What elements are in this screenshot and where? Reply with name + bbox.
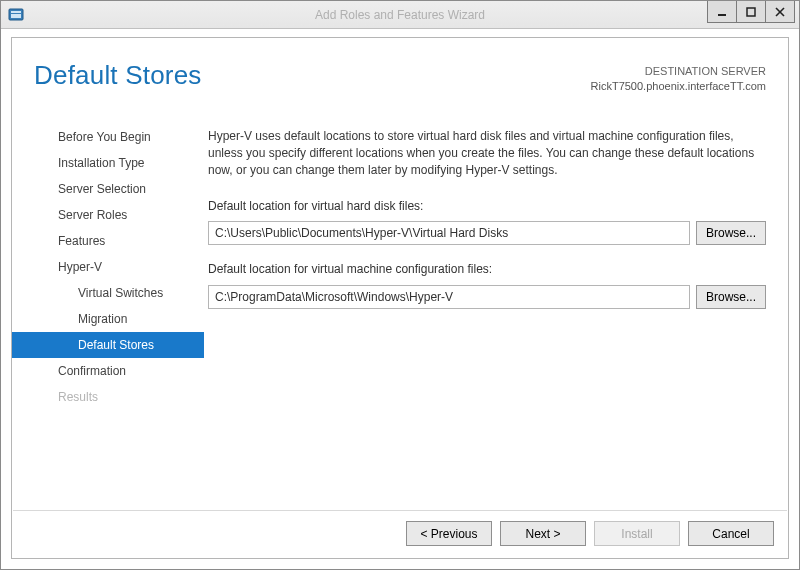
sidebar-nav: Before You BeginInstallation TypeServer … bbox=[12, 104, 204, 510]
svg-rect-1 bbox=[11, 11, 21, 13]
minimize-button[interactable] bbox=[707, 1, 737, 23]
page-title: Default Stores bbox=[34, 60, 202, 91]
content-panel: Default Stores DESTINATION SERVER RickT7… bbox=[11, 37, 789, 559]
svg-rect-2 bbox=[11, 14, 21, 18]
nav-item-server-selection[interactable]: Server Selection bbox=[12, 176, 204, 202]
svg-rect-4 bbox=[747, 8, 755, 16]
app-icon bbox=[7, 6, 25, 24]
window-title: Add Roles and Features Wizard bbox=[1, 8, 799, 22]
vhd-location-input[interactable] bbox=[208, 221, 690, 245]
body-area: Default Stores DESTINATION SERVER RickT7… bbox=[1, 29, 799, 569]
vm-config-location-input[interactable] bbox=[208, 285, 690, 309]
destination-server: RickT7500.phoenix.interfaceTT.com bbox=[591, 79, 766, 94]
svg-rect-3 bbox=[718, 14, 726, 16]
titlebar: Add Roles and Features Wizard bbox=[1, 1, 799, 29]
nav-item-installation-type[interactable]: Installation Type bbox=[12, 150, 204, 176]
nav-item-migration[interactable]: Migration bbox=[12, 306, 204, 332]
nav-item-features[interactable]: Features bbox=[12, 228, 204, 254]
content-row: Before You BeginInstallation TypeServer … bbox=[12, 104, 788, 510]
nav-item-hyper-v[interactable]: Hyper-V bbox=[12, 254, 204, 280]
header-row: Default Stores DESTINATION SERVER RickT7… bbox=[12, 38, 788, 104]
previous-button[interactable]: < Previous bbox=[406, 521, 492, 546]
intro-text: Hyper-V uses default locations to store … bbox=[208, 128, 766, 180]
destination-info: DESTINATION SERVER RickT7500.phoenix.int… bbox=[591, 60, 766, 94]
destination-label: DESTINATION SERVER bbox=[591, 64, 766, 79]
nav-item-server-roles[interactable]: Server Roles bbox=[12, 202, 204, 228]
footer-buttons: < Previous Next > Install Cancel bbox=[12, 511, 788, 558]
vhd-location-row: Browse... bbox=[208, 221, 766, 245]
nav-item-confirmation[interactable]: Confirmation bbox=[12, 358, 204, 384]
nav-item-default-stores[interactable]: Default Stores bbox=[12, 332, 204, 358]
nav-item-before-you-begin[interactable]: Before You Begin bbox=[12, 124, 204, 150]
cancel-button[interactable]: Cancel bbox=[688, 521, 774, 546]
close-button[interactable] bbox=[765, 1, 795, 23]
vhd-location-label: Default location for virtual hard disk f… bbox=[208, 198, 766, 215]
maximize-button[interactable] bbox=[736, 1, 766, 23]
wizard-window: Add Roles and Features Wizard Default St… bbox=[0, 0, 800, 570]
nav-item-results: Results bbox=[12, 384, 204, 410]
next-button[interactable]: Next > bbox=[500, 521, 586, 546]
nav-item-virtual-switches[interactable]: Virtual Switches bbox=[12, 280, 204, 306]
install-button[interactable]: Install bbox=[594, 521, 680, 546]
vm-config-browse-button[interactable]: Browse... bbox=[696, 285, 766, 309]
vm-config-location-label: Default location for virtual machine con… bbox=[208, 261, 766, 278]
main-content: Hyper-V uses default locations to store … bbox=[204, 104, 788, 510]
vhd-browse-button[interactable]: Browse... bbox=[696, 221, 766, 245]
window-controls bbox=[708, 1, 799, 28]
vm-config-location-row: Browse... bbox=[208, 285, 766, 309]
